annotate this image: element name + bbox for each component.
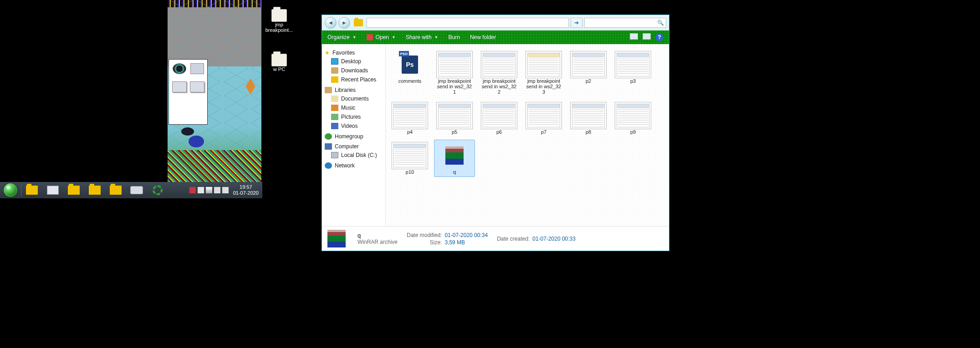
sidebar-item-desktop[interactable]: Desktop xyxy=(324,57,383,66)
downloads-icon xyxy=(331,67,338,74)
file-item[interactable]: p2 xyxy=(568,49,609,97)
sidebar-item-videos[interactable]: Videos xyxy=(324,121,383,131)
file-item[interactable]: jmp breakpoint send in ws2_32 3 xyxy=(523,49,564,97)
file-item[interactable]: PSDPscomments xyxy=(389,49,430,97)
file-item[interactable]: p5 xyxy=(434,100,475,137)
sidebar-head-computer[interactable]: Computer xyxy=(324,141,383,151)
folder-icon xyxy=(354,19,363,26)
file-pane[interactable]: PSDPscommentsjmp breakpoint send in ws2_… xyxy=(386,44,669,226)
device-icon[interactable] xyxy=(190,81,204,92)
file-item[interactable]: p6 xyxy=(479,100,520,137)
toolbar-burn[interactable]: Burn xyxy=(449,34,460,40)
sidebar-item-music[interactable]: Music xyxy=(324,103,383,112)
sidebar-item-downloads[interactable]: Downloads xyxy=(324,66,383,75)
thumbnail-icon xyxy=(481,102,517,129)
file-item[interactable]: q xyxy=(434,140,475,177)
file-item[interactable]: p8 xyxy=(568,100,609,137)
file-item[interactable]: p7 xyxy=(523,100,564,137)
taskbar-item-gear[interactable] xyxy=(148,183,168,197)
star-icon: ★ xyxy=(325,50,330,56)
pictures-icon xyxy=(331,114,338,120)
computer-icon xyxy=(325,143,332,150)
thumbnail-icon xyxy=(436,51,473,78)
file-item[interactable]: p9 xyxy=(612,100,653,137)
tray-icon[interactable] xyxy=(198,187,204,193)
taskbar-item-folder[interactable] xyxy=(22,183,42,197)
details-pane: q WinRAR archive Date modified: 01-07-20… xyxy=(322,226,669,251)
game-entity xyxy=(181,127,194,136)
sidebar-item-pictures[interactable]: Pictures xyxy=(324,112,383,121)
taskbar-item-scanner[interactable] xyxy=(127,183,147,197)
file-item[interactable]: jmp breakpoint send in ws2_32 1 xyxy=(434,49,475,97)
thumbnail-icon xyxy=(392,102,428,129)
sidebar-head-network[interactable]: Network xyxy=(324,160,383,170)
sidebar-item-localdisk[interactable]: Local Disk (C:) xyxy=(324,151,383,160)
search-input[interactable]: 🔍 xyxy=(584,18,666,28)
taskbar-item[interactable] xyxy=(43,183,63,197)
folder-icon xyxy=(271,9,287,22)
back-button[interactable]: ◄ xyxy=(325,17,337,29)
note-icon xyxy=(47,186,59,195)
game-control-panel[interactable] xyxy=(168,59,208,125)
tray-alert-icon[interactable] xyxy=(189,187,196,193)
toolbar-open[interactable]: Open▼ xyxy=(367,34,396,40)
explorer-toolbar: Organize▼ Open▼ Share with▼ Burn New fol… xyxy=(322,30,669,44)
thumbnail-icon xyxy=(526,51,562,78)
recent-icon xyxy=(331,76,338,83)
explorer-sidebar: ★Favorites Desktop Downloads Recent Plac… xyxy=(322,44,386,226)
file-item[interactable]: jmp breakpoint send in ws2_32 2 xyxy=(479,49,520,97)
taskbar-item-folder[interactable] xyxy=(106,183,126,197)
toolbar-new-folder[interactable]: New folder xyxy=(470,34,496,40)
tray-network-icon[interactable] xyxy=(206,187,212,193)
game-terrain-noise xyxy=(168,150,261,182)
address-bar[interactable] xyxy=(367,18,569,28)
toolbar-organize[interactable]: Organize▼ xyxy=(327,34,357,40)
tray-volume-icon[interactable] xyxy=(222,187,229,193)
gear-icon xyxy=(153,185,163,195)
desktop-icon[interactable]: jmp breakpoint... xyxy=(263,9,295,33)
sidebar-head-homegroup[interactable]: Homegroup xyxy=(324,131,383,141)
taskbar-item-folder[interactable] xyxy=(85,183,105,197)
file-item[interactable]: p4 xyxy=(389,100,430,137)
tray-action-center-icon[interactable] xyxy=(214,187,220,193)
view-button[interactable] xyxy=(630,33,638,40)
file-item[interactable]: p3 xyxy=(612,49,653,97)
screen-icon[interactable] xyxy=(190,63,204,74)
sidebar-head-favorites[interactable]: ★Favorites xyxy=(324,47,383,57)
help-button[interactable]: ? xyxy=(655,33,664,41)
network-icon xyxy=(325,162,332,169)
file-label: p5 xyxy=(452,129,457,135)
sidebar-item-recent[interactable]: Recent Places xyxy=(324,75,383,84)
go-button[interactable]: ➔ xyxy=(571,18,582,28)
sidebar-head-libraries[interactable]: Libraries xyxy=(324,84,383,94)
thumbnail-icon xyxy=(570,102,607,129)
file-label: p2 xyxy=(586,78,591,84)
toolbar-share[interactable]: Share with▼ xyxy=(406,34,439,40)
forward-button[interactable]: ► xyxy=(338,17,350,29)
homegroup-icon xyxy=(325,133,332,140)
disk-icon xyxy=(331,152,338,158)
open-icon xyxy=(367,34,373,40)
thumbnail-icon xyxy=(392,142,428,169)
thumbnail-icon xyxy=(526,102,562,129)
file-item[interactable]: p10 xyxy=(389,140,430,177)
device-icon[interactable] xyxy=(172,81,187,92)
taskbar-item-folder[interactable] xyxy=(64,183,84,197)
clock-date: 01-07-2020 xyxy=(233,190,259,196)
taskbar-clock[interactable]: 19:57 01-07-2020 xyxy=(233,184,259,196)
left-monitor: jmp breakpoint... w PC 19:57 01-07-2020 xyxy=(0,0,262,198)
start-button[interactable] xyxy=(0,182,21,198)
psd-icon: PSDPs xyxy=(392,51,428,78)
folder-icon xyxy=(68,186,80,195)
thumbnail-icon xyxy=(570,51,607,78)
file-label: p6 xyxy=(496,129,502,135)
globe-icon[interactable] xyxy=(173,63,186,74)
thumbnail-icon xyxy=(615,102,651,129)
details-created-value: 01-07-2020 00:33 xyxy=(532,236,576,242)
preview-pane-button[interactable] xyxy=(643,33,651,40)
sidebar-item-documents[interactable]: Documents xyxy=(324,94,383,103)
explorer-nav-bar: ◄ ► ➔ 🔍 xyxy=(322,15,669,30)
videos-icon xyxy=(331,123,338,129)
desktop-icon[interactable]: w PC xyxy=(263,54,295,72)
details-modified-value: 01-07-2020 00:34 xyxy=(444,232,488,238)
